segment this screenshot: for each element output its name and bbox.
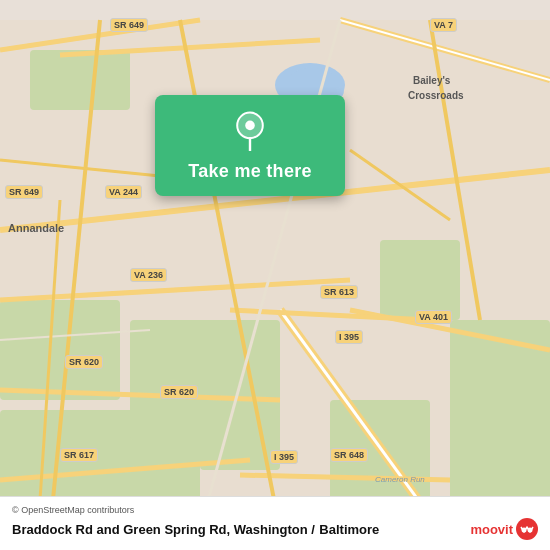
road-label-sr648: SR 648	[330, 448, 368, 462]
svg-rect-6	[30, 50, 130, 110]
road-label-va244: VA 244	[105, 185, 142, 199]
popup-card: Take me there	[155, 95, 345, 196]
location-title: Braddock Rd and Green Spring Rd, Washing…	[12, 518, 538, 540]
road-label-va401: VA 401	[415, 310, 452, 324]
take-me-there-button[interactable]: Take me there	[188, 161, 312, 182]
map-container: Annandale Bailey's Crossroads SR 649 SR …	[0, 0, 550, 550]
road-label-sr620a: SR 620	[65, 355, 103, 369]
road-label-va7: VA 7	[430, 18, 457, 32]
moovit-logo: moovit	[470, 518, 538, 540]
baileys-label: Bailey's	[413, 75, 450, 86]
location-name: Braddock Rd and Green Spring Rd, Washing…	[12, 522, 315, 537]
road-label-i395b: I 395	[270, 450, 298, 464]
location-pin-icon	[230, 111, 270, 151]
cameron-run-label: Cameron Run	[375, 475, 425, 484]
moovit-brand-text: moovit	[470, 522, 513, 537]
location-name2: Baltimore	[319, 522, 379, 537]
svg-rect-7	[380, 240, 460, 320]
crossroads-label: Crossroads	[408, 90, 464, 101]
road-label-sr620b: SR 620	[160, 385, 198, 399]
map-svg	[0, 0, 550, 550]
road-label-i395a: I 395	[335, 330, 363, 344]
road-label-va236: VA 236	[130, 268, 167, 282]
road-label-sr649a: SR 649	[110, 18, 148, 32]
svg-point-32	[245, 121, 255, 131]
road-label-sr649b: SR 649	[5, 185, 43, 199]
road-label-sr617: SR 617	[60, 448, 98, 462]
bottom-bar: © OpenStreetMap contributors Braddock Rd…	[0, 496, 550, 550]
svg-rect-1	[0, 300, 120, 400]
moovit-icon	[516, 518, 538, 540]
road-label-sr613: SR 613	[320, 285, 358, 299]
annandale-label: Annandale	[8, 222, 64, 234]
attribution: © OpenStreetMap contributors	[12, 505, 538, 515]
